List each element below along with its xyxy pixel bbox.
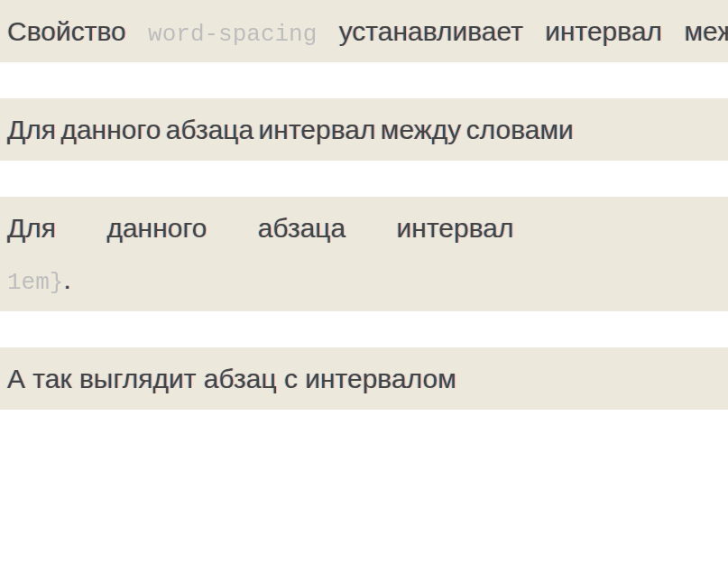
paragraph-1-text-b: устанавливает интервал между словами. В …	[317, 16, 728, 46]
paragraph-3: Для данного абзаца интервал 1em}.	[0, 197, 728, 310]
paragraph-4: А так выглядит абзац с интервалом	[0, 347, 728, 410]
paragraph-2-text: Для данного абзаца интервал между словам…	[7, 115, 574, 144]
paragraph-3-text-a: Для данного абзаца интервал	[7, 213, 513, 243]
paragraph-2: Для данного абзаца интервал между словам…	[0, 98, 728, 161]
code-1em: 1em}	[7, 269, 63, 296]
paragraph-3-text-b: .	[63, 264, 70, 294]
paragraph-1-text-a: Свойство	[7, 16, 148, 46]
paragraph-4-text: А так выглядит абзац с интервалом	[7, 364, 456, 393]
code-word-spacing: word-spacing	[148, 21, 317, 48]
paragraph-1: Свойство word-spacing устанавливает инте…	[0, 0, 728, 62]
